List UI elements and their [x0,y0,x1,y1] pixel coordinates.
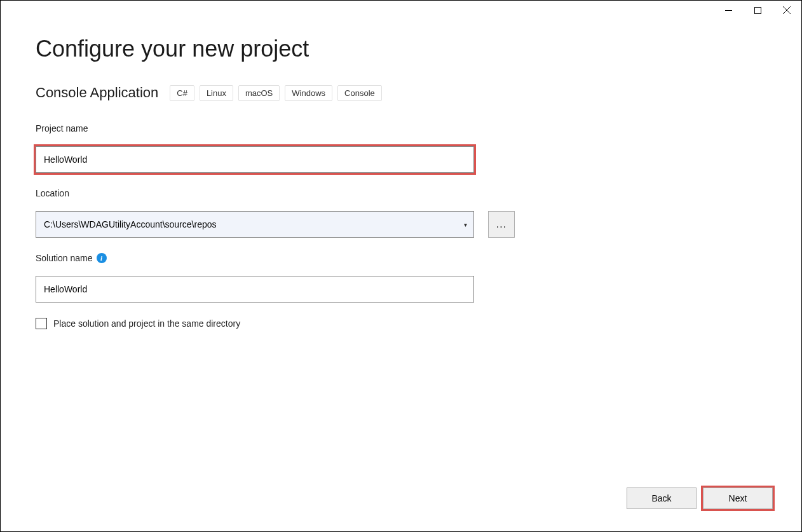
solution-name-input[interactable] [36,276,474,303]
location-label: Location [36,188,766,198]
chevron-down-icon: ▾ [464,221,467,228]
close-icon [783,6,791,14]
maximize-icon [754,7,761,14]
solution-name-label-text: Solution name [36,253,93,263]
tag-list: C# Linux macOS Windows Console [170,85,382,101]
tag-linux: Linux [200,85,233,101]
info-icon[interactable]: i [97,253,107,263]
browse-button[interactable]: ... [488,211,515,238]
project-name-group: Project name [36,123,766,173]
location-combobox[interactable]: C:\Users\WDAGUtilityAccount\source\repos… [36,211,474,238]
tag-console: Console [337,85,382,101]
maximize-button[interactable] [743,1,772,20]
page-title: Configure your new project [36,36,766,62]
location-group: Location C:\Users\WDAGUtilityAccount\sou… [36,188,766,238]
close-button[interactable] [772,1,801,20]
solution-name-group: Solution name i [36,253,766,303]
project-name-input[interactable] [36,146,474,173]
window-titlebar [714,1,801,20]
svg-rect-1 [754,7,761,13]
footer-buttons: Back Next [627,488,773,509]
same-directory-row: Place solution and project in the same d… [36,318,766,329]
subtitle-row: Console Application C# Linux macOS Windo… [36,85,766,101]
back-button[interactable]: Back [627,488,697,509]
next-button[interactable]: Next [703,488,773,509]
same-directory-label: Place solution and project in the same d… [53,318,240,329]
tag-windows: Windows [285,85,332,101]
main-content: Configure your new project Console Appli… [1,1,801,329]
project-template-name: Console Application [36,85,158,101]
tag-csharp: C# [170,85,194,101]
project-name-label: Project name [36,123,766,133]
solution-name-label: Solution name i [36,253,766,263]
location-value: C:\Users\WDAGUtilityAccount\source\repos [44,219,217,229]
tag-macos: macOS [238,85,280,101]
minimize-button[interactable] [714,1,743,20]
same-directory-checkbox[interactable] [36,318,47,329]
location-row: C:\Users\WDAGUtilityAccount\source\repos… [36,211,766,238]
minimize-icon [725,7,732,14]
